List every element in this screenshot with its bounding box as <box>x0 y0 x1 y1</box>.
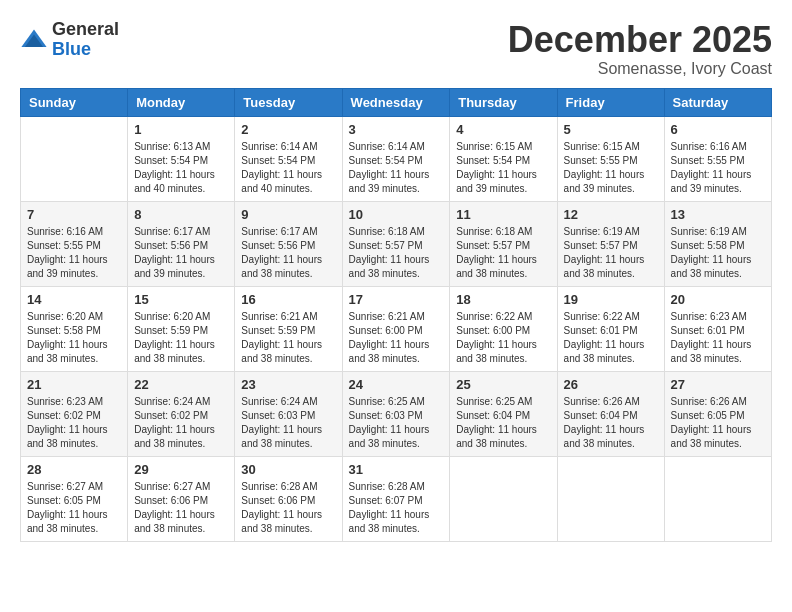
calendar: SundayMondayTuesdayWednesdayThursdayFrid… <box>20 88 772 542</box>
calendar-cell: 23Sunrise: 6:24 AMSunset: 6:03 PMDayligh… <box>235 371 342 456</box>
page-header: General Blue December 2025 Somenasse, Iv… <box>20 20 772 78</box>
day-info: Sunrise: 6:27 AMSunset: 6:06 PMDaylight:… <box>134 480 228 536</box>
day-number: 26 <box>564 377 658 392</box>
calendar-cell <box>664 456 771 541</box>
location-title: Somenasse, Ivory Coast <box>508 60 772 78</box>
calendar-cell: 29Sunrise: 6:27 AMSunset: 6:06 PMDayligh… <box>128 456 235 541</box>
day-number: 11 <box>456 207 550 222</box>
day-info: Sunrise: 6:26 AMSunset: 6:04 PMDaylight:… <box>564 395 658 451</box>
day-info: Sunrise: 6:24 AMSunset: 6:03 PMDaylight:… <box>241 395 335 451</box>
day-number: 4 <box>456 122 550 137</box>
day-number: 1 <box>134 122 228 137</box>
calendar-cell: 28Sunrise: 6:27 AMSunset: 6:05 PMDayligh… <box>21 456 128 541</box>
title-section: December 2025 Somenasse, Ivory Coast <box>508 20 772 78</box>
day-info: Sunrise: 6:13 AMSunset: 5:54 PMDaylight:… <box>134 140 228 196</box>
weekday-header: Friday <box>557 88 664 116</box>
day-number: 17 <box>349 292 444 307</box>
day-info: Sunrise: 6:18 AMSunset: 5:57 PMDaylight:… <box>456 225 550 281</box>
day-info: Sunrise: 6:15 AMSunset: 5:55 PMDaylight:… <box>564 140 658 196</box>
calendar-cell: 20Sunrise: 6:23 AMSunset: 6:01 PMDayligh… <box>664 286 771 371</box>
calendar-week-row: 21Sunrise: 6:23 AMSunset: 6:02 PMDayligh… <box>21 371 772 456</box>
day-info: Sunrise: 6:21 AMSunset: 5:59 PMDaylight:… <box>241 310 335 366</box>
calendar-cell <box>21 116 128 201</box>
calendar-cell: 31Sunrise: 6:28 AMSunset: 6:07 PMDayligh… <box>342 456 450 541</box>
day-number: 9 <box>241 207 335 222</box>
day-info: Sunrise: 6:23 AMSunset: 6:02 PMDaylight:… <box>27 395 121 451</box>
day-info: Sunrise: 6:20 AMSunset: 5:59 PMDaylight:… <box>134 310 228 366</box>
month-title: December 2025 <box>508 20 772 60</box>
day-number: 7 <box>27 207 121 222</box>
calendar-cell: 6Sunrise: 6:16 AMSunset: 5:55 PMDaylight… <box>664 116 771 201</box>
calendar-header-row: SundayMondayTuesdayWednesdayThursdayFrid… <box>21 88 772 116</box>
day-number: 15 <box>134 292 228 307</box>
calendar-cell: 30Sunrise: 6:28 AMSunset: 6:06 PMDayligh… <box>235 456 342 541</box>
day-number: 31 <box>349 462 444 477</box>
calendar-cell: 10Sunrise: 6:18 AMSunset: 5:57 PMDayligh… <box>342 201 450 286</box>
calendar-cell: 15Sunrise: 6:20 AMSunset: 5:59 PMDayligh… <box>128 286 235 371</box>
calendar-cell: 18Sunrise: 6:22 AMSunset: 6:00 PMDayligh… <box>450 286 557 371</box>
day-info: Sunrise: 6:15 AMSunset: 5:54 PMDaylight:… <box>456 140 550 196</box>
day-info: Sunrise: 6:17 AMSunset: 5:56 PMDaylight:… <box>134 225 228 281</box>
day-number: 16 <box>241 292 335 307</box>
day-number: 23 <box>241 377 335 392</box>
day-info: Sunrise: 6:22 AMSunset: 6:00 PMDaylight:… <box>456 310 550 366</box>
day-info: Sunrise: 6:16 AMSunset: 5:55 PMDaylight:… <box>671 140 765 196</box>
weekday-header: Sunday <box>21 88 128 116</box>
weekday-header: Thursday <box>450 88 557 116</box>
day-number: 18 <box>456 292 550 307</box>
day-info: Sunrise: 6:27 AMSunset: 6:05 PMDaylight:… <box>27 480 121 536</box>
day-info: Sunrise: 6:16 AMSunset: 5:55 PMDaylight:… <box>27 225 121 281</box>
weekday-header: Wednesday <box>342 88 450 116</box>
day-number: 10 <box>349 207 444 222</box>
calendar-cell: 14Sunrise: 6:20 AMSunset: 5:58 PMDayligh… <box>21 286 128 371</box>
calendar-cell: 1Sunrise: 6:13 AMSunset: 5:54 PMDaylight… <box>128 116 235 201</box>
calendar-cell: 13Sunrise: 6:19 AMSunset: 5:58 PMDayligh… <box>664 201 771 286</box>
calendar-cell: 4Sunrise: 6:15 AMSunset: 5:54 PMDaylight… <box>450 116 557 201</box>
day-info: Sunrise: 6:25 AMSunset: 6:03 PMDaylight:… <box>349 395 444 451</box>
day-info: Sunrise: 6:20 AMSunset: 5:58 PMDaylight:… <box>27 310 121 366</box>
day-info: Sunrise: 6:19 AMSunset: 5:58 PMDaylight:… <box>671 225 765 281</box>
weekday-header: Saturday <box>664 88 771 116</box>
day-number: 28 <box>27 462 121 477</box>
day-info: Sunrise: 6:28 AMSunset: 6:07 PMDaylight:… <box>349 480 444 536</box>
day-number: 21 <box>27 377 121 392</box>
calendar-week-row: 28Sunrise: 6:27 AMSunset: 6:05 PMDayligh… <box>21 456 772 541</box>
logo-blue: Blue <box>52 40 119 60</box>
calendar-cell: 16Sunrise: 6:21 AMSunset: 5:59 PMDayligh… <box>235 286 342 371</box>
day-info: Sunrise: 6:25 AMSunset: 6:04 PMDaylight:… <box>456 395 550 451</box>
day-number: 25 <box>456 377 550 392</box>
day-info: Sunrise: 6:18 AMSunset: 5:57 PMDaylight:… <box>349 225 444 281</box>
day-number: 2 <box>241 122 335 137</box>
weekday-header: Tuesday <box>235 88 342 116</box>
calendar-cell: 22Sunrise: 6:24 AMSunset: 6:02 PMDayligh… <box>128 371 235 456</box>
calendar-cell: 27Sunrise: 6:26 AMSunset: 6:05 PMDayligh… <box>664 371 771 456</box>
day-number: 20 <box>671 292 765 307</box>
day-info: Sunrise: 6:28 AMSunset: 6:06 PMDaylight:… <box>241 480 335 536</box>
calendar-week-row: 14Sunrise: 6:20 AMSunset: 5:58 PMDayligh… <box>21 286 772 371</box>
day-info: Sunrise: 6:19 AMSunset: 5:57 PMDaylight:… <box>564 225 658 281</box>
calendar-cell: 2Sunrise: 6:14 AMSunset: 5:54 PMDaylight… <box>235 116 342 201</box>
calendar-cell <box>450 456 557 541</box>
day-number: 19 <box>564 292 658 307</box>
logo-icon <box>20 26 48 54</box>
day-number: 5 <box>564 122 658 137</box>
calendar-cell: 8Sunrise: 6:17 AMSunset: 5:56 PMDaylight… <box>128 201 235 286</box>
day-info: Sunrise: 6:17 AMSunset: 5:56 PMDaylight:… <box>241 225 335 281</box>
day-number: 14 <box>27 292 121 307</box>
calendar-cell <box>557 456 664 541</box>
day-number: 22 <box>134 377 228 392</box>
weekday-header: Monday <box>128 88 235 116</box>
calendar-cell: 25Sunrise: 6:25 AMSunset: 6:04 PMDayligh… <box>450 371 557 456</box>
calendar-cell: 26Sunrise: 6:26 AMSunset: 6:04 PMDayligh… <box>557 371 664 456</box>
logo-general: General <box>52 20 119 40</box>
day-info: Sunrise: 6:14 AMSunset: 5:54 PMDaylight:… <box>241 140 335 196</box>
calendar-cell: 24Sunrise: 6:25 AMSunset: 6:03 PMDayligh… <box>342 371 450 456</box>
calendar-cell: 21Sunrise: 6:23 AMSunset: 6:02 PMDayligh… <box>21 371 128 456</box>
day-number: 12 <box>564 207 658 222</box>
calendar-cell: 3Sunrise: 6:14 AMSunset: 5:54 PMDaylight… <box>342 116 450 201</box>
day-info: Sunrise: 6:23 AMSunset: 6:01 PMDaylight:… <box>671 310 765 366</box>
day-number: 13 <box>671 207 765 222</box>
day-info: Sunrise: 6:21 AMSunset: 6:00 PMDaylight:… <box>349 310 444 366</box>
calendar-week-row: 1Sunrise: 6:13 AMSunset: 5:54 PMDaylight… <box>21 116 772 201</box>
calendar-cell: 11Sunrise: 6:18 AMSunset: 5:57 PMDayligh… <box>450 201 557 286</box>
